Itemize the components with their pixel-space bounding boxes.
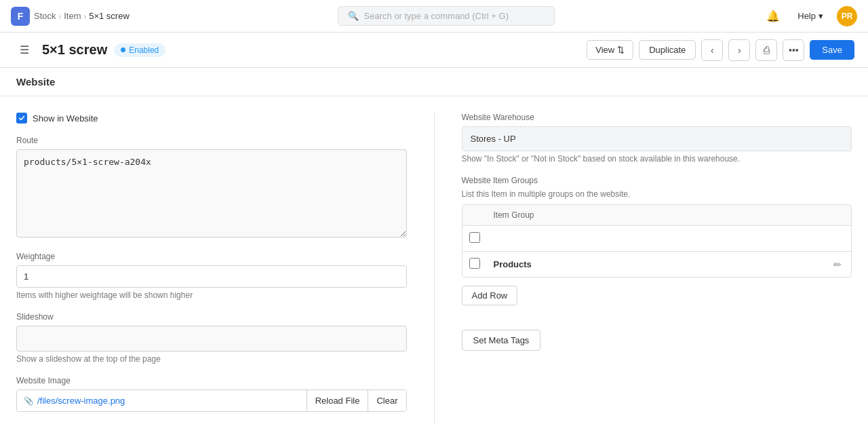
- search-icon: 🔍: [348, 11, 359, 21]
- row-checkbox[interactable]: [469, 232, 480, 243]
- notification-button[interactable]: 🔔: [762, 5, 784, 27]
- status-label: Enabled: [129, 45, 159, 55]
- topbar-right: 🔔 Help ▾ PR: [762, 5, 857, 27]
- topbar: F Stock › Item › 5×1 screw 🔍 Search or t…: [0, 0, 868, 33]
- website-image-group: Website Image 📎 /files/screw-image.png R…: [16, 376, 407, 412]
- warehouse-field: Stores - UP: [462, 126, 852, 151]
- route-group: Route: [16, 136, 407, 240]
- weightage-hint: Items with higher weightage will be show…: [16, 290, 407, 300]
- item-groups-table: Item Group Products✏: [462, 205, 852, 277]
- toolbar-actions: View ⇅ Duplicate ‹ › ⎙ ••• Save: [587, 39, 854, 61]
- breadcrumb-item[interactable]: Item: [64, 11, 81, 21]
- show-in-website-checkbox[interactable]: [16, 113, 27, 124]
- row-checkbox[interactable]: [469, 258, 480, 269]
- attachment-icon: 📎: [24, 396, 34, 406]
- prev-button[interactable]: ‹: [701, 39, 723, 61]
- weightage-input[interactable]: [16, 265, 407, 288]
- clear-button[interactable]: Clear: [368, 390, 406, 411]
- help-label: Help: [797, 11, 816, 21]
- breadcrumb: Stock › Item › 5×1 screw: [34, 11, 130, 21]
- weightage-group: Weightage Items with higher weightage wi…: [16, 252, 407, 300]
- col-item-group-header: Item Group: [487, 205, 827, 226]
- content-area: Website Show in Website Route: [0, 68, 868, 437]
- table-row: [462, 226, 852, 252]
- show-in-website-row: Show in Website: [16, 113, 407, 124]
- form-left: Show in Website Route Weightage Items wi…: [16, 113, 435, 424]
- route-label: Route: [16, 136, 407, 145]
- item-groups-hint: List this Item in multiple groups on the…: [462, 189, 852, 199]
- slideshow-label: Slideshow: [16, 312, 407, 322]
- slideshow-hint: Show a slideshow at the top of the page: [16, 354, 407, 364]
- warehouse-label: Website Warehouse: [462, 113, 852, 122]
- save-button[interactable]: Save: [810, 40, 854, 60]
- status-dot: [121, 48, 125, 52]
- table-row: Products✏: [462, 252, 852, 278]
- search-placeholder: Search or type a command (Ctrl + G): [364, 11, 509, 21]
- duplicate-button[interactable]: Duplicate: [639, 40, 696, 60]
- slideshow-group: Slideshow Show a slideshow at the top of…: [16, 312, 407, 364]
- item-groups-label: Website Item Groups: [462, 176, 852, 185]
- item-groups-group: Website Item Groups List this Item in mu…: [462, 176, 852, 318]
- warehouse-hint: Show "In Stock" or "Not in Stock" based …: [462, 154, 852, 164]
- breadcrumb-stock[interactable]: Stock: [34, 11, 56, 21]
- chevron-down-icon: ▾: [818, 11, 823, 21]
- edit-icon[interactable]: ✏: [833, 259, 842, 270]
- item-groups-table-wrapper: Item Group Products✏: [462, 204, 852, 278]
- breadcrumb-sep-2: ›: [83, 12, 86, 20]
- topbar-left: F Stock › Item › 5×1 screw: [11, 7, 130, 26]
- view-button[interactable]: View ⇅: [587, 40, 633, 60]
- warehouse-group: Website Warehouse Stores - UP Show "In S…: [462, 113, 852, 164]
- add-row-button[interactable]: Add Row: [462, 286, 518, 305]
- view-label: View: [595, 45, 614, 55]
- search-bar[interactable]: 🔍 Search or type a command (Ctrl + G): [338, 6, 555, 26]
- route-input[interactable]: [16, 149, 407, 238]
- more-options-button[interactable]: •••: [783, 39, 804, 61]
- avatar: PR: [837, 6, 857, 26]
- website-image-label: Website Image: [16, 376, 407, 385]
- page-title-group: ☰ 5×1 screw Enabled: [14, 39, 165, 61]
- next-button[interactable]: ›: [728, 39, 750, 61]
- page-title: 5×1 screw: [42, 42, 107, 58]
- checkmark-icon: [18, 115, 25, 121]
- col-action-header: [827, 205, 851, 226]
- search-container[interactable]: 🔍 Search or type a command (Ctrl + G): [130, 6, 762, 26]
- reload-file-button[interactable]: Reload File: [307, 390, 368, 411]
- slideshow-input[interactable]: [16, 326, 407, 352]
- item-group-name: [487, 226, 827, 252]
- file-row: 📎 /files/screw-image.png Reload File Cle…: [16, 390, 407, 412]
- item-group-name: Products: [487, 252, 827, 278]
- breadcrumb-current: 5×1 screw: [89, 11, 130, 21]
- breadcrumb-sep-1: ›: [59, 12, 62, 20]
- file-name-area: 📎 /files/screw-image.png: [17, 390, 307, 411]
- form-body: Show in Website Route Weightage Items wi…: [0, 96, 868, 437]
- menu-toggle-button[interactable]: ☰: [14, 39, 35, 61]
- col-checkbox-header: [462, 205, 487, 226]
- view-chevron-icon: ⇅: [617, 45, 625, 55]
- section-header: Website: [0, 68, 868, 96]
- print-button[interactable]: ⎙: [755, 39, 777, 61]
- form-right: Website Warehouse Stores - UP Show "In S…: [435, 113, 852, 424]
- help-button[interactable]: Help ▾: [791, 7, 830, 25]
- main-content: Website Show in Website Route: [0, 68, 868, 437]
- file-name-text: /files/screw-image.png: [37, 396, 125, 406]
- show-in-website-label: Show in Website: [33, 113, 98, 124]
- page-toolbar: ☰ 5×1 screw Enabled View ⇅ Duplicate ‹ ›…: [0, 33, 868, 68]
- set-meta-tags-button[interactable]: Set Meta Tags: [462, 330, 541, 351]
- status-badge: Enabled: [114, 43, 165, 57]
- app-logo[interactable]: F: [11, 7, 30, 26]
- weightage-label: Weightage: [16, 252, 407, 261]
